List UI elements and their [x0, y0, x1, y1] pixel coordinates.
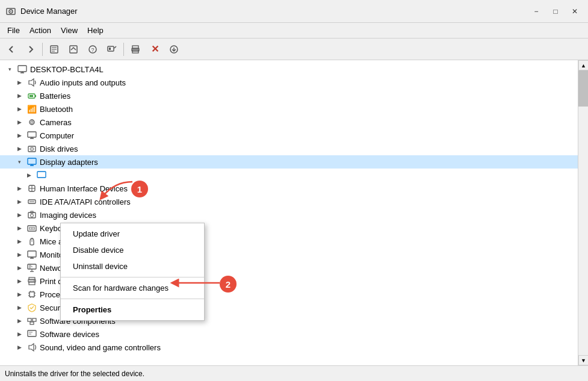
- menu-view[interactable]: View: [56, 25, 82, 36]
- expand-ide[interactable]: ▶: [14, 197, 24, 206]
- expand-keyboards[interactable]: ▶: [14, 223, 24, 233]
- tree-item-computer[interactable]: ▶ Computer: [0, 129, 578, 142]
- tree-item-display[interactable]: ▾ Display adapters: [0, 155, 578, 169]
- expand-security[interactable]: ▶: [14, 303, 24, 312]
- tree-item-cameras[interactable]: ▶ Cameras: [0, 116, 578, 129]
- tree-item-disk[interactable]: ▶ Disk drives: [0, 142, 578, 155]
- sw-devices-icon: [26, 329, 37, 339]
- monitor-icon: [26, 249, 37, 260]
- back-button[interactable]: [2, 41, 20, 58]
- scroll-thumb[interactable]: [578, 70, 588, 107]
- svg-rect-18: [18, 66, 26, 72]
- maximize-button[interactable]: □: [547, 4, 564, 19]
- scroll-up-button[interactable]: ▲: [578, 60, 588, 70]
- expand-display[interactable]: ▾: [14, 157, 24, 167]
- svg-point-2: [10, 11, 11, 12]
- expand-root[interactable]: ▾: [5, 64, 14, 74]
- device-tree[interactable]: ▾ DESKTOP-BCLTА4L ▶ Audio inputs and out…: [0, 60, 578, 365]
- print-button[interactable]: [126, 41, 144, 58]
- menu-help[interactable]: Help: [82, 25, 108, 36]
- expand-processors[interactable]: ▶: [14, 290, 24, 299]
- delete-button[interactable]: ✕: [146, 41, 164, 58]
- expand-mice[interactable]: ▶: [14, 237, 24, 246]
- print-icon: [26, 276, 37, 287]
- svg-marker-21: [29, 79, 34, 86]
- expand-display-child[interactable]: ▶: [24, 170, 34, 180]
- expand-sound[interactable]: ▶: [14, 342, 24, 352]
- menu-action[interactable]: Action: [25, 25, 56, 36]
- svg-text:?: ?: [91, 47, 94, 53]
- properties-button[interactable]: [45, 41, 63, 58]
- help-button[interactable]: ?: [84, 41, 102, 58]
- scrollbar[interactable]: ▲ ▼: [578, 60, 588, 365]
- expand-imaging[interactable]: ▶: [14, 210, 24, 220]
- separator-2: [123, 43, 124, 56]
- svg-rect-75: [32, 318, 36, 321]
- tree-root[interactable]: ▾ DESKTOP-BCLTА4L: [0, 63, 578, 76]
- scan-button[interactable]: [103, 41, 121, 58]
- svg-rect-76: [30, 322, 34, 324]
- svg-rect-33: [28, 158, 36, 164]
- expand-hid[interactable]: ▶: [14, 184, 24, 193]
- tree-item-sw-devices[interactable]: ▶ Software devices: [0, 327, 578, 341]
- audio-label: Audio inputs and outputs: [40, 78, 126, 87]
- expand-cameras[interactable]: ▶: [14, 117, 24, 127]
- menu-file[interactable]: File: [2, 25, 25, 36]
- security-icon: [26, 302, 37, 313]
- expand-bluetooth[interactable]: ▶: [14, 104, 24, 114]
- context-properties[interactable]: Properties: [61, 302, 204, 318]
- expand-computer[interactable]: ▶: [14, 131, 24, 140]
- expand-network[interactable]: ▶: [14, 263, 24, 273]
- svg-point-32: [31, 149, 32, 150]
- window-title: Device Manager: [20, 7, 528, 16]
- expand-print[interactable]: ▶: [14, 276, 24, 286]
- annotation-1: 1: [131, 181, 148, 197]
- svg-point-64: [34, 280, 35, 282]
- expand-audio[interactable]: ▶: [14, 78, 24, 87]
- audio-icon: [26, 77, 37, 88]
- scroll-track[interactable]: [578, 70, 588, 355]
- svg-marker-80: [29, 344, 34, 351]
- context-update-driver[interactable]: Update driver: [61, 226, 204, 242]
- expand-batteries[interactable]: ▶: [14, 91, 24, 101]
- toolbar: ? ✕: [0, 39, 588, 60]
- computer-item-icon: [26, 130, 37, 141]
- network-icon: [26, 262, 37, 273]
- menu-bar: File Action View Help: [0, 23, 588, 39]
- root-label: DESKTOP-BCLTА4L: [30, 65, 104, 74]
- svg-rect-74: [28, 318, 31, 321]
- tree-item-imaging[interactable]: ▶ Imaging devices: [0, 208, 578, 221]
- tree-item-bluetooth[interactable]: ▶ 📶 Bluetooth: [0, 102, 578, 116]
- hid-icon: [26, 183, 37, 194]
- minimize-button[interactable]: −: [528, 4, 545, 19]
- context-separator-2: [61, 299, 204, 299]
- disk-label: Disk drives: [40, 144, 78, 153]
- svg-line-12: [114, 46, 116, 48]
- expand-monitors[interactable]: ▶: [14, 250, 24, 259]
- context-disable-device[interactable]: Disable device: [61, 242, 204, 258]
- expand-sw-components[interactable]: ▶: [14, 316, 24, 326]
- annotation-2: 2: [220, 276, 237, 293]
- display-label: Display adapters: [40, 158, 98, 167]
- svg-rect-7: [70, 46, 77, 53]
- update-driver-button[interactable]: [64, 41, 82, 58]
- arrow-2: [120, 271, 226, 295]
- tree-item-sound[interactable]: ▶ Sound, video and game controllers: [0, 341, 578, 354]
- close-button[interactable]: ✕: [566, 4, 583, 19]
- battery-icon: [26, 90, 37, 101]
- expand-sw-devices[interactable]: ▶: [14, 329, 24, 339]
- forward-button[interactable]: [22, 41, 40, 58]
- scroll-down-button[interactable]: ▼: [578, 355, 588, 365]
- ide-icon: [26, 196, 37, 207]
- title-bar: Device Manager − □ ✕: [0, 0, 588, 23]
- tree-item-batteries[interactable]: ▶ Batteries: [0, 89, 578, 102]
- sound-label: Sound, video and game controllers: [40, 343, 161, 352]
- status-text: Uninstalls the driver for the selected d…: [5, 370, 144, 378]
- computer-label: Computer: [40, 131, 74, 140]
- mouse-icon: [26, 236, 37, 247]
- processor-icon: [26, 289, 37, 300]
- download-button[interactable]: [165, 41, 183, 58]
- tree-item-audio[interactable]: ▶ Audio inputs and outputs: [0, 76, 578, 89]
- expand-disk[interactable]: ▶: [14, 144, 24, 153]
- batteries-label: Batteries: [40, 91, 70, 101]
